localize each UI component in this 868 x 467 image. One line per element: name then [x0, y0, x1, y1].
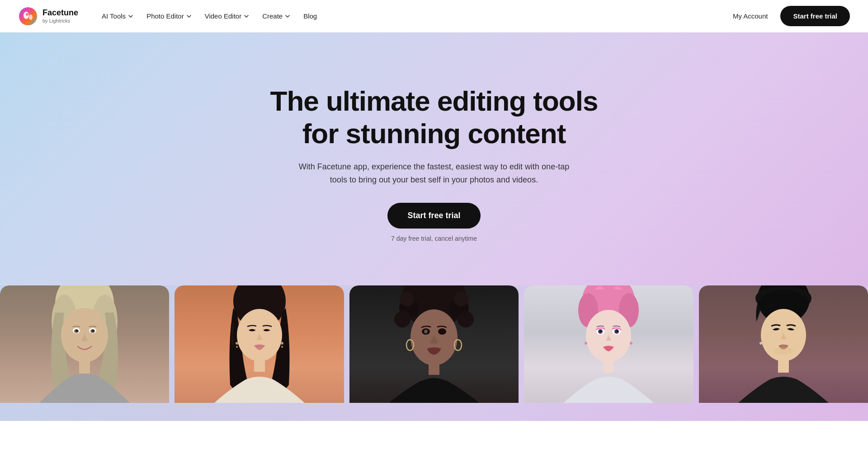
logo-link[interactable]: Facetune by Lightricks	[18, 6, 78, 26]
navbar: Facetune by Lightricks AI Tools Photo Ed…	[0, 0, 868, 33]
person-photo-4	[524, 285, 693, 403]
svg-point-12	[76, 330, 78, 332]
svg-point-52	[760, 342, 762, 345]
logo-icon	[18, 6, 38, 26]
nav-cta-button[interactable]: Start free trial	[780, 6, 850, 26]
svg-point-2	[29, 14, 33, 20]
nav-links: AI Tools Photo Editor Video Editor Creat…	[96, 9, 322, 23]
svg-point-47	[630, 342, 632, 345]
svg-rect-35	[429, 362, 439, 375]
svg-point-27	[400, 292, 414, 306]
svg-rect-21	[254, 359, 265, 372]
svg-point-28	[454, 292, 468, 306]
svg-rect-53	[778, 359, 789, 373]
svg-point-25	[394, 311, 410, 327]
svg-point-20	[281, 346, 283, 348]
svg-point-17	[236, 342, 238, 345]
navbar-left: Facetune by Lightricks AI Tools Photo Ed…	[18, 6, 322, 26]
person-photo-3	[349, 285, 519, 403]
svg-rect-14	[79, 360, 90, 374]
nav-my-account[interactable]: My Account	[727, 9, 774, 23]
person-photo-1	[0, 285, 169, 403]
photos-grid	[0, 285, 868, 421]
svg-point-51	[774, 347, 793, 355]
photo-item-4	[524, 285, 693, 421]
portrait-svg-1	[39, 285, 130, 403]
chevron-down-icon	[284, 13, 291, 19]
photo-item-3	[349, 285, 519, 421]
navbar-right: My Account Start free trial	[727, 6, 850, 26]
photo-item-1	[0, 285, 169, 421]
person-photo-5	[699, 285, 868, 403]
nav-item-video-editor[interactable]: Video Editor	[199, 9, 255, 23]
hero-cta-button[interactable]: Start free trial	[387, 203, 480, 229]
svg-point-46	[585, 342, 587, 345]
hero-section: The ultimate editing tools for stunning …	[0, 33, 868, 285]
chevron-down-icon	[186, 13, 192, 19]
chevron-down-icon	[243, 13, 250, 19]
nav-item-blog[interactable]: Blog	[298, 9, 322, 23]
svg-point-3	[26, 13, 28, 16]
svg-point-45	[616, 330, 618, 332]
chevron-down-icon	[127, 13, 134, 19]
portrait-svg-3	[389, 285, 479, 403]
svg-point-26	[458, 311, 474, 327]
svg-point-19	[281, 342, 283, 345]
hero-disclaimer: 7 day free trial, cancel anytime	[391, 235, 477, 242]
svg-point-13	[92, 330, 94, 332]
portrait-svg-5	[738, 285, 829, 403]
logo-text: Facetune by Lightricks	[42, 8, 78, 24]
svg-point-18	[236, 346, 238, 348]
svg-point-31	[438, 328, 446, 335]
photo-item-5	[699, 285, 868, 421]
nav-item-photo-editor[interactable]: Photo Editor	[141, 9, 198, 23]
svg-point-44	[600, 330, 602, 332]
person-photo-2	[175, 285, 344, 403]
hero-subtitle: With Facetune app, experience the fastes…	[298, 160, 570, 187]
svg-rect-48	[604, 360, 613, 373]
portrait-svg-4	[563, 285, 654, 403]
svg-point-32	[424, 330, 428, 333]
hero-title: The ultimate editing tools for stunning …	[258, 85, 610, 149]
photo-item-2	[175, 285, 344, 421]
photos-section	[0, 285, 868, 421]
portrait-svg-2	[214, 285, 305, 403]
nav-item-create[interactable]: Create	[257, 9, 296, 23]
brand-name: Facetune	[42, 8, 78, 18]
brand-sub: by Lightricks	[42, 18, 78, 24]
nav-item-ai-tools[interactable]: AI Tools	[96, 9, 139, 23]
